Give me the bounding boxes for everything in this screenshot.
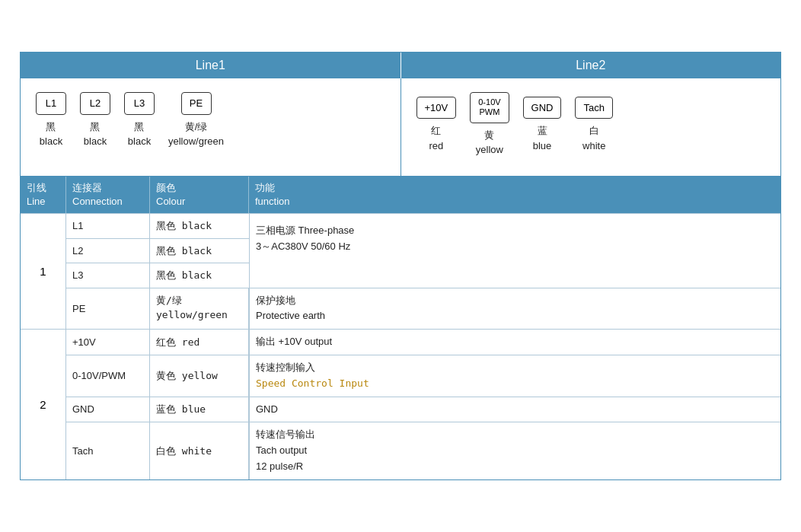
pwm-row: 0-10V/PWM 黄色 yellow 转速控制输入 Speed Control… <box>66 355 780 397</box>
group-2-line-num: 2 <box>21 330 66 479</box>
pe-row: PE 黄/绿 yellow/green 保护接地 Protective eart… <box>66 288 780 330</box>
pwm-conn: 0-10V/PWM <box>66 355 150 397</box>
connector-10V-box: +10V <box>416 97 457 119</box>
diagram-area: L1 黑black L2 黑black L3 黑black PE 黄/绿yell… <box>21 78 780 176</box>
group-1: 1 L1 黑色 black L2 黑色 black <box>21 213 780 329</box>
group-1-line-num: 1 <box>21 214 66 329</box>
connector-PE: PE 黄/绿yellow/green <box>168 92 224 149</box>
pwm-func: 转速控制输入 Speed Control Input <box>249 355 780 397</box>
pwm-color: 黄色 yellow <box>150 355 249 397</box>
line2-diagram: +10V 红red 0-10VPWM 黄yellow GND 蓝blue Tac… <box>401 78 781 175</box>
l1-l2-l3-func: 三相电源 Three-phase3～AC380V 50/60 Hz <box>249 214 780 288</box>
th-connection: 连接器Connection <box>66 177 150 213</box>
connector-GND-label: 蓝blue <box>533 123 552 153</box>
tach-func-en1: Tach output <box>256 443 307 459</box>
th-function: 功能function <box>249 177 780 213</box>
th-line: 引线Line <box>21 177 66 213</box>
line1-header: Line1 <box>21 53 401 78</box>
group-1-inner: L1 黑色 black L2 黑色 black L3 黑色 black <box>66 214 780 329</box>
connector-GND: GND 蓝blue <box>523 97 562 154</box>
pwm-func-cn: 转速控制输入 <box>256 360 315 376</box>
tach-color: 白色 white <box>150 422 249 479</box>
connector-PWM: 0-10VPWM 黄yellow <box>470 92 509 157</box>
l1-l2-l3-conn-color: L1 黑色 black L2 黑色 black L3 黑色 black <box>66 214 249 288</box>
connector-PWM-label: 黄yellow <box>476 128 503 158</box>
pe-func-cn: 保护接地 <box>256 293 295 309</box>
gnd-color: 蓝色 blue <box>150 397 249 422</box>
connector-PWM-box: 0-10VPWM <box>470 92 509 123</box>
th-colour: 颜色Colour <box>150 177 249 213</box>
connector-L3-label: 黑black <box>128 119 151 149</box>
tach-func: 转速信号输出 Tach output 12 pulse/R <box>249 422 780 479</box>
tach-conn: Tach <box>66 422 150 479</box>
l3-row: L3 黑色 black <box>66 263 249 288</box>
pe-func-en: Protective earth <box>256 308 325 324</box>
header-row: Line1 Line2 <box>21 53 780 78</box>
l1-conn: L1 <box>66 214 150 238</box>
tach-func-en2: 12 pulse/R <box>256 459 303 475</box>
line2-connectors: +10V 红red 0-10VPWM 黄yellow GND 蓝blue Tac… <box>416 92 613 157</box>
pwm-func-en: Speed Control Input <box>256 376 369 392</box>
connector-L3-box: L3 <box>124 92 155 115</box>
pe-color-cn: 黄/绿 <box>156 293 182 308</box>
connector-10V-label: 红red <box>429 123 443 153</box>
l3-conn: L3 <box>66 263 150 288</box>
l2-conn: L2 <box>66 239 150 263</box>
l3-color: 黑色 black <box>150 263 249 288</box>
group-2-inner: +10V 红色 red 输出 +10V output 0-10V/PWM 黄色 … <box>66 330 780 479</box>
connector-Tach-label: 白white <box>582 123 605 153</box>
connector-PE-box: PE <box>181 92 212 115</box>
group-2: 2 +10V 红色 red 输出 +10V output 0-10V/PWM 黄… <box>21 329 780 479</box>
l1-row: L1 黑色 black <box>66 214 249 239</box>
connector-L2-box: L2 <box>80 92 110 115</box>
gnd-conn: GND <box>66 397 150 422</box>
connector-L3: L3 黑black <box>124 92 155 149</box>
pe-func: 保护接地 Protective earth <box>249 288 780 330</box>
l2-row: L2 黑色 black <box>66 239 249 264</box>
data-table: 引线Line 连接器Connection 颜色Colour 功能function… <box>21 177 780 479</box>
connector-L1-box: L1 <box>36 92 66 115</box>
main-container: Line1 Line2 L1 黑black L2 黑black L3 黑blac… <box>20 52 781 479</box>
10v-color: 红色 red <box>150 330 249 355</box>
10v-func: 输出 +10V output <box>249 330 780 355</box>
l1-l2-l3-section: L1 黑色 black L2 黑色 black L3 黑色 black <box>66 214 780 288</box>
pe-conn: PE <box>66 288 150 330</box>
10v-row: +10V 红色 red 输出 +10V output <box>66 330 780 355</box>
connector-PE-label: 黄/绿yellow/green <box>168 119 224 149</box>
connector-L1: L1 黑black <box>36 92 66 149</box>
tach-func-cn: 转速信号输出 <box>256 427 315 443</box>
connector-GND-box: GND <box>523 97 562 119</box>
connector-10V: +10V 红red <box>416 97 457 154</box>
table-header: 引线Line 连接器Connection 颜色Colour 功能function <box>21 177 780 213</box>
line1-diagram: L1 黑black L2 黑black L3 黑black PE 黄/绿yell… <box>21 78 401 175</box>
connector-L2: L2 黑black <box>80 92 110 149</box>
connector-Tach-box: Tach <box>575 97 612 119</box>
gnd-func: GND <box>249 397 780 422</box>
connector-L1-label: 黑black <box>40 119 62 149</box>
pe-color-en: yellow/green <box>156 307 228 323</box>
pe-color: 黄/绿 yellow/green <box>150 288 249 330</box>
line2-header: Line2 <box>401 53 781 78</box>
l1-color: 黑色 black <box>150 214 249 238</box>
tach-row: Tach 白色 white 转速信号输出 Tach output 12 puls… <box>66 422 780 479</box>
connector-L2-label: 黑black <box>84 119 107 149</box>
l2-color: 黑色 black <box>150 239 249 263</box>
10v-conn: +10V <box>66 330 150 355</box>
connector-Tach: Tach 白white <box>575 97 612 154</box>
gnd-row: GND 蓝色 blue GND <box>66 397 780 422</box>
line1-connectors: L1 黑black L2 黑black L3 黑black PE 黄/绿yell… <box>36 92 224 149</box>
